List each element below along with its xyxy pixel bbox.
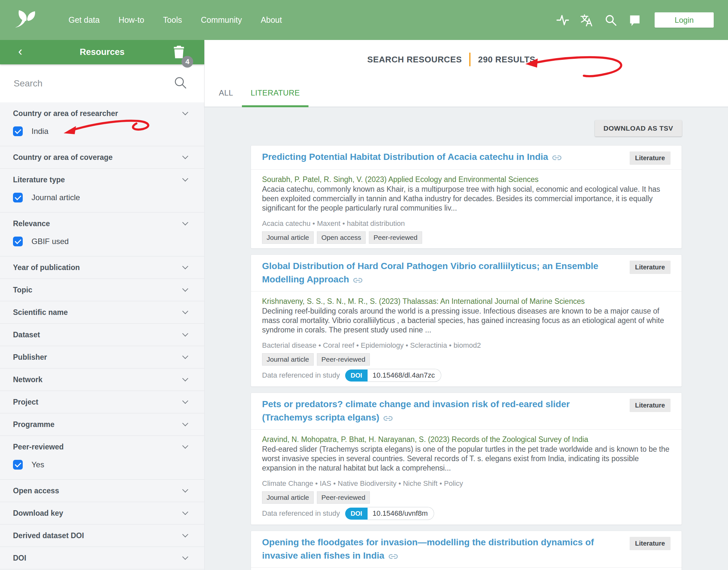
card-header: Opening the floodgates for invasion—mode… — [251, 531, 682, 568]
sidebar-header: ‹ Resources 4 — [0, 40, 204, 64]
results-list: Predicting Potential Habitat Distributio… — [251, 145, 682, 570]
result-tags: Journal articleOpen accessPeer-reviewed — [262, 231, 671, 244]
chevron-down-icon — [182, 353, 188, 359]
filter-section-header[interactable]: Country or area of researcher — [13, 102, 187, 124]
result-title-link[interactable]: Predicting Potential Habitat Distributio… — [262, 150, 620, 164]
results-count: 290 RESULTS — [478, 55, 536, 65]
filter-label: Network — [13, 375, 43, 384]
doi-row-label: Data referenced in study — [262, 509, 340, 518]
filter-label: Country or area of coverage — [13, 153, 113, 162]
nav-icons — [556, 13, 642, 27]
nav-menu-item[interactable]: Get data — [59, 15, 109, 25]
result-title-link[interactable]: Global Distribution of Hard Coral Pathog… — [262, 259, 620, 287]
filter-section-header[interactable]: Peer-reviewed — [13, 436, 187, 458]
trash-icon[interactable]: 4 — [173, 45, 185, 59]
filter-option-label: India — [31, 127, 48, 136]
filter-section-header[interactable]: Open access — [13, 480, 187, 502]
filter-section-header[interactable]: Project — [13, 391, 187, 413]
nav-menu-item[interactable]: How-to — [109, 15, 154, 25]
filter-section: Derived dataset DOI — [0, 525, 204, 547]
download-row: DOWNLOAD AS TSV — [251, 120, 682, 136]
checkbox-checked-icon[interactable] — [13, 193, 23, 203]
login-button[interactable]: Login — [655, 12, 714, 28]
download-tsv-button[interactable]: DOWNLOAD AS TSV — [595, 120, 682, 136]
filter-section: Peer-reviewed Yes — [0, 436, 204, 480]
link-icon[interactable] — [383, 411, 393, 425]
filter-section-header[interactable]: Programme — [13, 413, 187, 436]
filter-section-header[interactable]: Relevance — [13, 213, 187, 235]
filter-section: Project — [0, 391, 204, 413]
filter-option[interactable]: Journal article — [13, 191, 187, 212]
activity-icon[interactable] — [556, 13, 570, 27]
chevron-down-icon — [182, 330, 188, 336]
search-icon[interactable] — [604, 13, 618, 27]
filter-section: Literature type Journal article — [0, 169, 204, 213]
filter-section-header[interactable]: Scientific name — [13, 301, 187, 323]
chevron-down-icon — [182, 443, 188, 449]
filter-section-header[interactable]: Year of publication — [13, 256, 187, 279]
filter-label: Topic — [13, 286, 32, 294]
filter-option[interactable]: Yes — [13, 458, 187, 479]
checkbox-checked-icon[interactable] — [13, 460, 23, 470]
doi-value-link[interactable]: 10.15468/uvnf8m — [368, 507, 434, 520]
literature-type-badge: Literature — [630, 399, 671, 412]
literature-result-card: Global Distribution of Hard Coral Pathog… — [251, 254, 682, 387]
search-icon[interactable] — [174, 76, 187, 91]
filter-section-header[interactable]: Country or area of coverage — [13, 146, 187, 168]
filter-option[interactable]: India — [13, 124, 187, 146]
result-title-link[interactable]: Opening the floodgates for invasion—mode… — [262, 536, 620, 563]
card-header: Global Distribution of Hard Coral Pathog… — [251, 255, 682, 291]
sidebar-search-input[interactable] — [13, 78, 174, 89]
filter-section-header[interactable]: Literature type — [13, 169, 187, 191]
result-tags: Journal articlePeer-reviewed — [262, 491, 671, 504]
doi-row-label: Data referenced in study — [262, 371, 340, 379]
filter-section-header[interactable]: Publisher — [13, 346, 187, 368]
filters-sidebar: ‹ Resources 4 Country or area of researc… — [0, 40, 204, 570]
checkbox-checked-icon[interactable] — [13, 237, 23, 246]
results-tab[interactable]: LITERATURE — [242, 79, 309, 106]
filter-section: Publisher — [0, 346, 204, 368]
chevron-down-icon — [182, 509, 188, 515]
filter-section-header[interactable]: Dataset — [13, 324, 187, 346]
nav-menu-item[interactable]: About — [251, 15, 291, 25]
chevron-down-icon — [182, 420, 188, 426]
filter-section-header[interactable]: Topic — [13, 279, 187, 301]
filter-section-header[interactable]: DOI — [13, 547, 187, 569]
result-keywords: Bacterial disease • Coral reef • Epidemi… — [262, 341, 671, 350]
filter-section-header[interactable]: Download key — [13, 502, 187, 524]
checkbox-checked-icon[interactable] — [13, 126, 23, 136]
link-icon[interactable] — [389, 550, 398, 563]
back-chevron-icon[interactable]: ‹ — [18, 45, 22, 57]
chat-icon[interactable] — [628, 13, 642, 27]
doi-value-link[interactable]: 10.15468/dl.4an7zc — [368, 369, 441, 382]
card-body: Aravind, N. Mohopatra, P. Bhat, H. Naray… — [251, 430, 682, 525]
chevron-down-icon — [182, 308, 188, 314]
nav-menu-item[interactable]: Tools — [154, 15, 191, 25]
gbif-logo[interactable] — [13, 7, 36, 33]
result-title-link[interactable]: Pets or predators? climate change and in… — [262, 397, 620, 425]
active-tab-underline — [242, 105, 309, 107]
link-icon[interactable] — [353, 273, 363, 287]
result-tag-chip: Peer-reviewed — [317, 491, 370, 504]
filter-section-header[interactable]: Derived dataset DOI — [13, 525, 187, 547]
chevron-down-icon — [182, 531, 188, 537]
filter-section-header[interactable]: Network — [13, 368, 187, 390]
translate-icon[interactable] — [580, 13, 594, 27]
chevron-down-icon — [182, 109, 188, 115]
filter-option[interactable]: GBIF used — [13, 235, 187, 256]
filter-section: Scientific name — [0, 301, 204, 324]
doi-badge: DOI — [345, 508, 368, 520]
filter-label: Publisher — [13, 353, 47, 362]
filter-label: Country or area of researcher — [13, 109, 118, 118]
nav-menu-item[interactable]: Community — [191, 15, 251, 25]
link-icon[interactable] — [552, 151, 562, 164]
filter-section: Topic — [0, 279, 204, 301]
filter-option-label: Yes — [31, 460, 44, 469]
chevron-down-icon — [182, 176, 188, 181]
filter-label: Scientific name — [13, 308, 68, 317]
filter-label: Relevance — [13, 219, 50, 228]
results-tab[interactable]: ALL — [210, 79, 242, 106]
sidebar-search — [0, 64, 204, 102]
results-header-bar: SEARCH RESOURCES 290 RESULTS ALL LITERAT… — [204, 40, 728, 107]
filter-section: DOI — [0, 547, 204, 569]
